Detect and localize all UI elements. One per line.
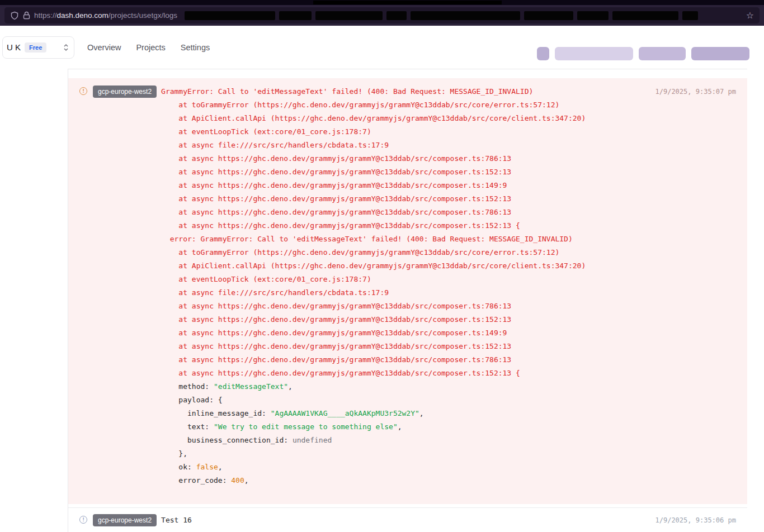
redacted-block [691,47,749,60]
log-line: at async https://ghc.deno.dev/grammyjs/g… [161,179,648,192]
log-line: at async https://ghc.deno.dev/grammyjs/g… [161,300,648,313]
url-path: /projects/usetgx/logs [109,11,177,20]
nav-item-projects[interactable]: Projects [136,43,165,52]
shield-icon[interactable] [10,11,19,20]
log-line: business_connection_id: undefined [161,434,648,447]
log-line: at async https://ghc.deno.dev/grammyjs/g… [161,165,648,179]
info-icon: ! [79,516,87,524]
tab-strip [0,0,764,5]
nav-item-settings[interactable]: Settings [181,43,210,52]
log-entry-info[interactable]: ! gcp-europe-west2 Test 16 1/9/2025, 9:3… [68,507,747,532]
log-line: error: GrammyError: Call to 'editMessage… [161,232,648,246]
nav-item-overview[interactable]: Overview [87,43,121,52]
log-panel: ! gcp-europe-west2 GrammyError: Call to … [68,69,747,532]
log-line: at async https://ghc.deno.dev/grammyjs/g… [161,152,648,165]
log-line: ok: false, [161,460,648,474]
log-line: at async file:///src/src/handlers/cbdata… [161,286,648,300]
redacted-block [612,11,678,20]
selector-chevrons-icon [62,43,70,52]
url-scheme: https:// [34,11,57,20]
redacted-block [279,11,312,20]
lock-icon[interactable] [23,11,30,20]
log-line: at eventLoopTick (ext:core/01_core.js:17… [161,273,648,286]
url-host: dash.deno.com [57,11,109,20]
warning-icon: ! [79,87,87,95]
redacted-block [639,47,686,60]
log-entry-error[interactable]: ! gcp-europe-west2 GrammyError: Call to … [68,78,747,504]
log-line: at toGrammyError (https://ghc.deno.dev/g… [161,246,648,259]
url-bar[interactable]: https://dash.deno.com/projects/usetgx/lo… [4,7,760,23]
log-line: at async https://ghc.deno.dev/grammyjs/g… [161,353,648,367]
previous-entry-partial [68,69,747,78]
log-message: Test 16 [161,514,648,527]
browser-chrome: https://dash.deno.com/projects/usetgx/lo… [0,0,764,26]
region-badge: gcp-europe-west2 [93,514,157,526]
log-line: at async https://ghc.deno.dev/grammyjs/g… [161,326,648,340]
redacted-block [577,11,609,20]
log-line: at async https://ghc.deno.dev/grammyjs/g… [161,192,648,206]
bookmark-star-icon[interactable]: ☆ [746,11,754,20]
region-badge: gcp-europe-west2 [93,86,157,98]
log-timestamp: 1/9/2025, 9:35:07 pm [655,85,737,98]
redacted-header-area [537,47,749,60]
log-line: at eventLoopTick (ext:core/01_core.js:17… [161,125,648,139]
redacted-block [315,11,383,20]
log-line: at async https://ghc.deno.dev/grammyjs/g… [161,367,648,380]
log-line: GrammyError: Call to 'editMessageText' f… [161,85,648,98]
org-name: U K [7,42,21,52]
redacted-block [524,11,573,20]
header-nav: Overview Projects Settings [87,43,210,52]
log-line: error_code: 400, [161,474,648,487]
log-line: at async https://ghc.deno.dev/grammyjs/g… [161,313,648,326]
redacted-block [555,47,633,60]
log-message-block: GrammyError: Call to 'editMessageText' f… [161,85,648,487]
redacted-block [185,11,275,20]
log-line: payload: { [161,393,648,407]
redacted-tab-title [313,1,502,4]
log-line: at async https://ghc.deno.dev/grammyjs/g… [161,206,648,219]
redacted-url-content [185,11,738,20]
redacted-block [386,11,407,20]
log-line: at async https://ghc.deno.dev/grammyjs/g… [161,340,648,353]
redacted-block [682,11,698,20]
log-line: method: "editMessageText", [161,380,648,393]
redacted-block [411,11,520,20]
log-line: at ApiClient.callApi (https://ghc.deno.d… [161,259,648,273]
log-line: at toGrammyError (https://ghc.deno.dev/g… [161,98,648,112]
plan-badge: Free [25,42,46,53]
log-line: at async https://ghc.deno.dev/grammyjs/g… [161,219,648,232]
app-header: U K Free Overview Projects Settings [0,26,764,69]
redacted-block [537,47,549,60]
org-selector[interactable]: U K Free [2,36,74,59]
url-text: https://dash.deno.com/projects/usetgx/lo… [34,11,177,20]
log-line: }, [161,447,648,460]
log-line: text: "We try to edit message to somethi… [161,420,648,434]
log-line: at async file:///src/src/handlers/cbdata… [161,139,648,152]
log-line: at ApiClient.callApi (https://ghc.deno.d… [161,112,648,125]
browser-toolbar: https://dash.deno.com/projects/usetgx/lo… [0,5,764,26]
log-line: inline_message_id: "AgAAAAW1VKAG____aQkA… [161,407,648,420]
log-timestamp: 1/9/2025, 9:35:06 pm [655,514,737,527]
